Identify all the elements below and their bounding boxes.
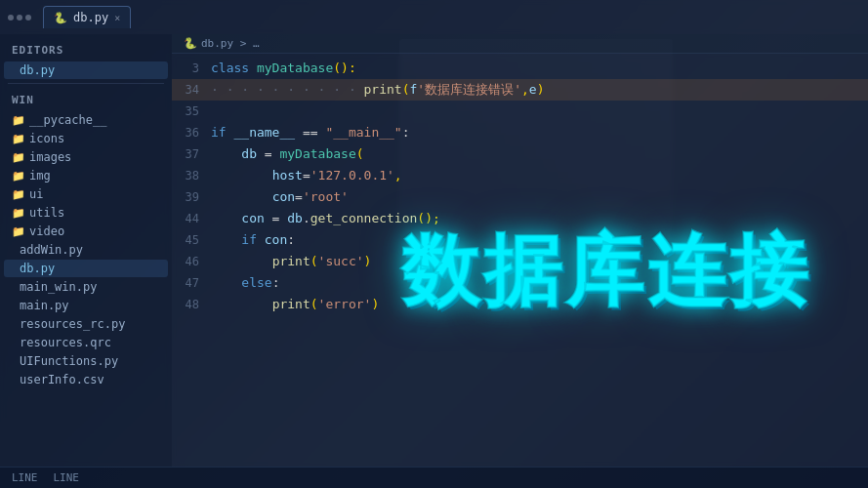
folder-label: icons xyxy=(29,132,64,145)
folder-label: images xyxy=(29,150,71,164)
line-number-45: 45 xyxy=(172,229,211,251)
folder-icon: 📁 xyxy=(12,188,25,201)
line-number-34: 34 xyxy=(172,79,211,101)
line-content-48: print('error') xyxy=(211,294,868,315)
code-line-34: 34· · · · · · · · · · print(f'数据库连接错误',e… xyxy=(172,79,868,101)
main-area: EDITORS db.py WIN 📁__pycache__📁icons📁ima… xyxy=(0,34,868,467)
code-line-46: 46 print('succ') xyxy=(172,251,868,272)
sidebar-file-main-win-py[interactable]: main_win.py xyxy=(4,278,168,296)
status-item-2: LINE xyxy=(54,471,80,484)
code-editor[interactable]: 3class myDatabase():34· · · · · · · · · … xyxy=(172,54,868,467)
code-line-38: 38 host='127.0.0.1', xyxy=(172,165,868,186)
folder-label: ui xyxy=(29,187,43,201)
line-number-37: 37 xyxy=(172,143,211,165)
sidebar-folder-ui[interactable]: 📁ui xyxy=(4,185,168,203)
folder-icon: 📁 xyxy=(12,225,25,238)
line-content-46: print('succ') xyxy=(211,251,868,272)
breadcrumb-python-icon: 🐍 xyxy=(184,37,197,50)
line-content-47: else: xyxy=(211,272,868,294)
status-item-1: LINE xyxy=(12,471,38,484)
line-content-36: if __name__ == "__main__": xyxy=(211,122,868,143)
code-line-39: 39 con='root' xyxy=(172,186,868,208)
sidebar-file-resources-qrc[interactable]: resources.qrc xyxy=(4,334,168,351)
editors-section-title: EDITORS xyxy=(0,38,172,61)
sidebar-file-userInfo-csv[interactable]: userInfo.csv xyxy=(4,371,168,388)
sidebar: EDITORS db.py WIN 📁__pycache__📁icons📁ima… xyxy=(0,34,172,467)
code-lines: 3class myDatabase():34· · · · · · · · · … xyxy=(172,54,868,319)
code-line-44: 44 con = db.get_connection(); xyxy=(172,208,868,229)
sidebar-file-UIFunctions-py[interactable]: UIFunctions.py xyxy=(4,352,168,370)
sidebar-folders: 📁__pycache__📁icons📁images📁img📁ui📁utils📁v… xyxy=(0,111,172,240)
line-number-47: 47 xyxy=(172,272,211,294)
line-number-36: 36 xyxy=(172,122,211,143)
tab-label: db.py xyxy=(73,11,108,24)
folder-label: img xyxy=(29,169,51,183)
folder-label: utils xyxy=(29,206,64,220)
line-number-44: 44 xyxy=(172,208,211,229)
sidebar-folder-utils[interactable]: 📁utils xyxy=(4,204,168,222)
line-content-3: class myDatabase(): xyxy=(211,58,868,79)
editor-right-panel: 🐍 db.py > … 3class myDatabase():34· · · … xyxy=(172,34,868,467)
sidebar-item-db-py-editors[interactable]: db.py xyxy=(4,61,168,79)
line-content-39: con='root' xyxy=(211,186,868,208)
line-number-38: 38 xyxy=(172,165,211,186)
line-content-38: host='127.0.0.1', xyxy=(211,165,868,186)
tab-bar: 🐍 db.py × xyxy=(0,0,868,34)
folder-icon: 📁 xyxy=(12,170,25,183)
win-section-title: WIN xyxy=(0,88,172,110)
code-line-37: 37 db = myDatabase( xyxy=(172,143,868,165)
breadcrumb-path: db.py > … xyxy=(201,37,260,50)
tab-dot-2 xyxy=(17,15,22,20)
sidebar-file-main-py[interactable]: main.py xyxy=(4,297,168,314)
line-content-44: con = db.get_connection(); xyxy=(211,208,868,229)
sidebar-file-db-py[interactable]: db.py xyxy=(4,260,168,277)
line-content-34: · · · · · · · · · · print(f'数据库连接错误',e) xyxy=(211,79,868,101)
sidebar-file-resources-rc-py[interactable]: resources_rc.py xyxy=(4,315,168,333)
line-content-37: db = myDatabase( xyxy=(211,143,868,165)
folder-icon: 📁 xyxy=(12,207,25,220)
folder-label: video xyxy=(29,224,64,238)
tab-dots xyxy=(8,15,31,20)
line-number-48: 48 xyxy=(172,294,211,315)
sidebar-file-addWin-py[interactable]: addWin.py xyxy=(4,241,168,259)
code-line-47: 47 else: xyxy=(172,272,868,294)
sidebar-folder-images[interactable]: 📁images xyxy=(4,148,168,166)
sidebar-files: addWin.pydb.pymain_win.pymain.pyresource… xyxy=(0,241,172,388)
status-bar: LINE LINE xyxy=(0,467,868,488)
line-number-35: 35 xyxy=(172,101,211,122)
tab-dot-3 xyxy=(25,15,31,20)
line-content-45: if con: xyxy=(211,229,868,251)
sidebar-divider-1 xyxy=(8,83,164,84)
line-number-46: 46 xyxy=(172,251,211,272)
sidebar-folder-icons[interactable]: 📁icons xyxy=(4,130,168,147)
code-line-48: 48 print('error') xyxy=(172,294,868,315)
line-number-3: 3 xyxy=(172,58,211,79)
folder-icon: 📁 xyxy=(12,114,25,127)
breadcrumb-bar: 🐍 db.py > … xyxy=(172,34,868,54)
code-line-35: 35 xyxy=(172,101,868,122)
folder-label: __pycache__ xyxy=(29,113,106,127)
tab-close-button[interactable]: × xyxy=(114,13,120,23)
line-number-39: 39 xyxy=(172,186,211,208)
sidebar-folder-video[interactable]: 📁video xyxy=(4,223,168,240)
code-line-3: 3class myDatabase(): xyxy=(172,58,868,79)
folder-icon: 📁 xyxy=(12,133,25,145)
code-line-36: 36if __name__ == "__main__": xyxy=(172,122,868,143)
tab-db-py[interactable]: 🐍 db.py × xyxy=(43,6,131,28)
sidebar-folder-img[interactable]: 📁img xyxy=(4,167,168,184)
folder-icon: 📁 xyxy=(12,151,25,164)
code-line-45: 45 if con: xyxy=(172,229,868,251)
sidebar-folder---pycache--[interactable]: 📁__pycache__ xyxy=(4,111,168,129)
tab-dot-1 xyxy=(8,15,14,20)
editor-container: 🐍 db.py × EDITORS db.py WIN 📁__pycache__… xyxy=(0,0,868,488)
python-icon: 🐍 xyxy=(54,12,67,24)
